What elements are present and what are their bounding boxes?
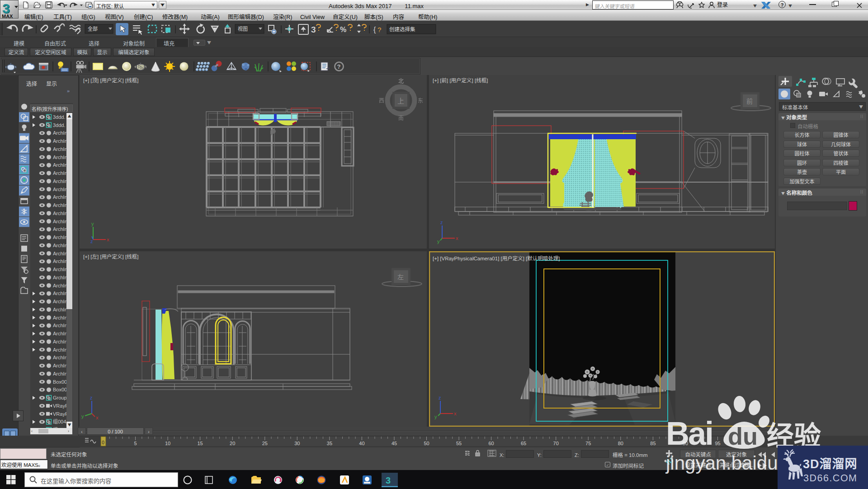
svg-text:y: y [81, 412, 84, 419]
svg-text:x: x [456, 234, 458, 241]
svg-text:ArchIn: ArchIn [53, 161, 67, 168]
svg-text:75: 75 [585, 439, 591, 447]
svg-text:15: 15 [197, 439, 203, 447]
svg-text:y: y [91, 220, 94, 227]
svg-text:?: ? [377, 24, 381, 34]
svg-text:ArchIn: ArchIn [53, 329, 67, 337]
svg-text:ArchIn: ArchIn [53, 353, 67, 361]
svg-text:y: y [437, 237, 440, 244]
svg-text:{: { [373, 24, 376, 34]
svg-text:x: x [454, 409, 457, 417]
svg-text:视图: 视图 [238, 25, 248, 32]
svg-text:z: z [90, 237, 93, 244]
svg-text:全部: 全部 [88, 25, 98, 32]
svg-text:南: 南 [398, 114, 404, 122]
svg-text:ArchIn: ArchIn [53, 273, 67, 281]
svg-text:?: ? [337, 62, 341, 71]
svg-text:5: 5 [134, 439, 137, 447]
svg-text:65: 65 [521, 439, 526, 447]
svg-text:3: 3 [386, 473, 391, 486]
svg-text:东: 东 [418, 96, 423, 104]
svg-text:35: 35 [327, 439, 332, 447]
svg-text:西: 西 [379, 96, 384, 104]
svg-text:30: 30 [294, 439, 300, 447]
svg-text:[+] [左] [用户定义] [线框]: [+] [左] [用户定义] [线框] [83, 253, 138, 260]
svg-text:组004: 组004 [53, 418, 66, 425]
svg-text:x: x [107, 235, 109, 243]
svg-text:ArchIn: ArchIn [53, 169, 67, 176]
svg-text:[+] [顶] [用户定义] [线框]: [+] [顶] [用户定义] [线框] [83, 76, 138, 84]
svg-text:ArchIn: ArchIn [53, 153, 67, 160]
svg-text:25: 25 [262, 439, 268, 447]
svg-text:[+] [前] [用户定义] [线框]: [+] [前] [用户定义] [线框] [433, 76, 488, 84]
svg-text:ArchIn: ArchIn [53, 338, 67, 345]
svg-text:ArchIn: ArchIn [53, 233, 67, 240]
svg-text:du: du [728, 416, 758, 452]
svg-text:北: 北 [398, 77, 404, 85]
svg-text:ArchIn: ArchIn [53, 346, 67, 353]
svg-text:ArchIn: ArchIn [53, 370, 67, 377]
svg-text:3D溜溜网: 3D溜溜网 [803, 454, 858, 472]
svg-text:创建选择集: 创建选择集 [389, 25, 415, 33]
svg-text:[+] [VRayPhysicalCamera01] [用户: [+] [VRayPhysicalCamera01] [用户定义] [默认明暗处… [433, 254, 560, 262]
svg-text:%: % [340, 24, 346, 34]
svg-text:ArchIn: ArchIn [53, 289, 67, 296]
svg-text:3ddd.: 3ddd. [53, 113, 66, 120]
svg-text:ArchIn: ArchIn [53, 129, 67, 136]
svg-text:60: 60 [488, 439, 494, 447]
svg-text:ArchIn: ArchIn [53, 177, 67, 184]
svg-text:ArchIn: ArchIn [53, 209, 67, 216]
svg-text:ArchIn: ArchIn [53, 137, 67, 144]
svg-text:10: 10 [165, 439, 170, 447]
svg-text:ArchIn: ArchIn [53, 282, 67, 289]
svg-text:ArchIn: ArchIn [53, 145, 67, 152]
svg-text:3ddd.: 3ddd. [53, 121, 66, 128]
svg-text:上: 上 [397, 96, 404, 105]
svg-text:ArchIn: ArchIn [53, 217, 67, 225]
svg-text:ArchIn: ArchIn [53, 241, 67, 249]
svg-text:20: 20 [230, 439, 235, 447]
svg-text:z: z [439, 394, 441, 401]
svg-text:ArchIn: ArchIn [53, 306, 67, 313]
svg-text:ArchIn: ArchIn [53, 314, 67, 321]
svg-text:45: 45 [392, 439, 397, 447]
svg-text:ArchIn: ArchIn [53, 297, 67, 305]
svg-text:y: y [434, 413, 437, 420]
svg-text:ArchIn: ArchIn [53, 225, 67, 232]
svg-text:ArchIn: ArchIn [53, 185, 67, 193]
svg-text:70: 70 [553, 439, 559, 447]
svg-text:登录: 登录 [717, 1, 728, 8]
svg-text:80: 80 [618, 439, 623, 447]
svg-text:z: z [440, 218, 443, 226]
svg-text:z: z [90, 394, 93, 401]
svg-text:ArchIn: ArchIn [53, 362, 67, 369]
svg-text:左: 左 [397, 272, 404, 281]
svg-text:ArchIn: ArchIn [53, 193, 67, 200]
svg-text:55: 55 [456, 439, 462, 447]
svg-text:3: 3 [311, 23, 316, 35]
svg-text:ArchIn: ArchIn [53, 321, 67, 329]
svg-text:jingyan.baidu: jingyan.baidu [665, 447, 778, 475]
svg-text:ArchIn: ArchIn [53, 249, 67, 257]
svg-text:x: x [96, 414, 99, 421]
svg-text:ArchIn: ArchIn [53, 257, 67, 264]
svg-text:前: 前 [746, 96, 753, 105]
svg-text:ArchIn: ArchIn [53, 201, 67, 208]
svg-text:3D66.COM: 3D66.COM [803, 470, 858, 484]
svg-text:40: 40 [359, 439, 364, 447]
svg-text:ArchIn: ArchIn [53, 265, 67, 273]
svg-text:0: 0 [102, 439, 104, 446]
svg-text:50: 50 [424, 439, 429, 447]
